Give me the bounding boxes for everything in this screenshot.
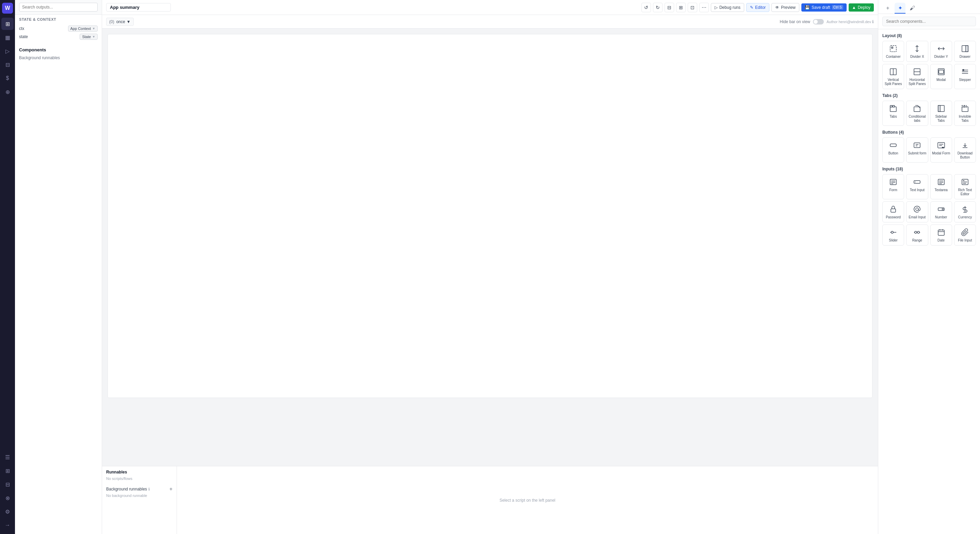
comp-text-input[interactable]: Text Input: [906, 174, 928, 199]
layout-section-title: Layout (8): [882, 33, 976, 38]
sidebar-tabs-label: Sidebar Tabs: [932, 114, 950, 123]
save-kbd: Ctrl S: [832, 5, 843, 10]
nav-collapse[interactable]: →: [2, 519, 14, 531]
text-input-label: Text Input: [910, 188, 924, 192]
conditional-tabs-icon: [912, 104, 922, 113]
run-freq-selector[interactable]: once ▼: [116, 19, 130, 24]
comp-button[interactable]: Button: [882, 137, 904, 162]
nav-settings[interactable]: ⚙: [2, 505, 14, 518]
state-context-section: ctx App Context ▼ state State ▼: [15, 23, 102, 44]
comp-range[interactable]: Range: [906, 224, 928, 246]
comp-divider-y[interactable]: Divider Y: [930, 41, 952, 62]
ctx-label: ctx: [19, 26, 24, 31]
add-bg-runnable-button[interactable]: +: [169, 486, 172, 492]
number-icon: [937, 204, 946, 214]
horizontal-split-label: Horizontal Split Panes: [908, 78, 926, 86]
nav-resources[interactable]: $: [2, 72, 14, 84]
layout-grid: Container Divider X Divider Y: [882, 41, 976, 89]
number-label: Number: [935, 215, 947, 219]
svg-point-15: [963, 69, 964, 71]
comp-container[interactable]: Container: [882, 41, 904, 62]
app-logo[interactable]: W: [2, 3, 13, 14]
comp-tabs[interactable]: Tabs: [882, 101, 904, 126]
comp-currency[interactable]: Currency: [954, 201, 976, 222]
comp-drawer[interactable]: Drawer: [954, 41, 976, 62]
nav-github[interactable]: ⊗: [2, 492, 14, 504]
modal-form-label: Modal Form: [932, 151, 950, 156]
svg-rect-17: [890, 105, 892, 107]
select-script-label: Select a script on the left panel: [500, 498, 555, 503]
fullscreen-button[interactable]: ⊞: [676, 3, 686, 12]
nav-logs[interactable]: ☰: [2, 451, 14, 463]
currency-icon: [960, 204, 970, 214]
svg-rect-16: [890, 107, 896, 111]
nav-scripts[interactable]: ▷: [2, 45, 14, 57]
search-outputs-input[interactable]: [19, 3, 98, 11]
file-input-icon: [960, 227, 970, 237]
comp-conditional-tabs[interactable]: Conditional tabs: [906, 101, 928, 126]
svg-point-59: [917, 231, 920, 233]
comp-date[interactable]: Date: [930, 224, 952, 246]
nav-workflows[interactable]: ⊟: [2, 59, 14, 71]
preview-icon: 👁: [775, 5, 779, 10]
deploy-button[interactable]: ▲ Deploy: [849, 3, 874, 11]
comp-modal[interactable]: Modal: [930, 64, 952, 89]
comp-sidebar-tabs[interactable]: Sidebar Tabs: [930, 101, 952, 126]
preview-button[interactable]: 👁 Preview: [772, 3, 799, 12]
vertical-split-label: Vertical Split Panes: [884, 78, 902, 86]
undo-button[interactable]: ↺: [641, 3, 651, 12]
text-input-icon: [912, 177, 922, 187]
editor-button[interactable]: ✎ Editor: [746, 3, 769, 12]
nav-audit[interactable]: ⊞: [2, 465, 14, 477]
comp-divider-x[interactable]: Divider X: [906, 41, 928, 62]
modal-form-icon: [937, 140, 946, 150]
comp-textarea[interactable]: Textarea: [930, 174, 952, 199]
comp-slider[interactable]: Slider: [882, 224, 904, 246]
canvas-area[interactable]: [102, 29, 878, 466]
divider-y-icon: [937, 44, 946, 53]
comp-invisible-tabs[interactable]: Invisible Tabs: [954, 101, 976, 126]
ctx-badge[interactable]: App Context ▼: [68, 25, 98, 32]
comp-rich-text[interactable]: Rich Text Editor: [954, 174, 976, 199]
modal-icon: [937, 67, 946, 76]
divider-x-icon: [912, 44, 922, 53]
comp-number[interactable]: Number: [930, 201, 952, 222]
more-options-button[interactable]: ⋯: [699, 3, 709, 12]
nav-integrations[interactable]: ⊟: [2, 478, 14, 491]
tab-components[interactable]: ✦: [894, 3, 905, 14]
comp-password[interactable]: Password: [882, 201, 904, 222]
comp-horizontal-split[interactable]: Horizontal Split Panes: [906, 64, 928, 89]
comp-email-input[interactable]: Email Input: [906, 201, 928, 222]
fit-screen-button[interactable]: ⊟: [665, 3, 674, 12]
components-section: Components: [15, 44, 102, 54]
debug-runs-button[interactable]: ▷ Debug runs: [711, 3, 744, 12]
mobile-view-button[interactable]: ⊡: [688, 3, 697, 12]
comp-download-button[interactable]: Download Button: [954, 137, 976, 162]
app-title-input[interactable]: [106, 3, 171, 11]
outputs-header: [15, 0, 102, 14]
state-badge[interactable]: State ▼: [80, 34, 98, 40]
comp-submit-form[interactable]: Submit form: [906, 137, 928, 162]
background-runnables-label[interactable]: Background runnables: [19, 56, 60, 60]
redo-button[interactable]: ↻: [653, 3, 662, 12]
comp-form[interactable]: Form: [882, 174, 904, 199]
tab-add[interactable]: +: [882, 3, 893, 14]
stepper-label: Stepper: [959, 78, 971, 82]
author-info-icon[interactable]: ℹ: [872, 19, 874, 24]
topbar: ↺ ↻ ⊟ ⊞ ⊡ ⋯ ▷ Debug runs ✎ Editor 👁 Prev…: [102, 0, 878, 15]
save-draft-button[interactable]: 💾 Save draft Ctrl S: [801, 3, 846, 11]
ctx-chevron-icon: ▼: [92, 27, 95, 30]
comp-stepper[interactable]: Stepper: [954, 64, 976, 89]
search-components-input[interactable]: [882, 17, 976, 26]
nav-apps[interactable]: ▦: [2, 31, 14, 43]
save-icon: 💾: [805, 5, 810, 10]
hide-bar-toggle[interactable]: [813, 19, 824, 24]
comp-modal-form[interactable]: Modal Form: [930, 137, 952, 162]
tab-style[interactable]: 🖌: [907, 3, 918, 14]
comp-vertical-split[interactable]: Vertical Split Panes: [882, 64, 904, 89]
editor-icon: ✎: [750, 5, 753, 10]
nav-home[interactable]: ⊞: [2, 18, 14, 30]
nav-variables[interactable]: ⊕: [2, 86, 14, 98]
comp-file-input[interactable]: File Input: [954, 224, 976, 246]
components-title: Components: [19, 47, 98, 52]
